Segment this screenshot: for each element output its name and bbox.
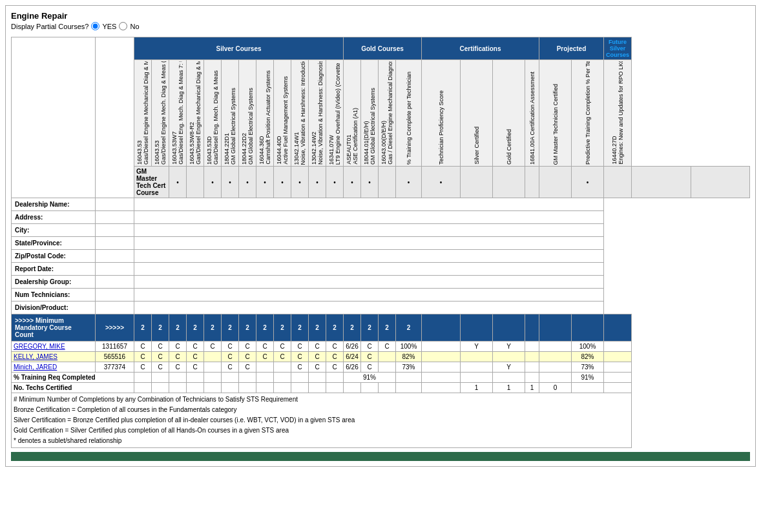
no-techs-gm: 0 [539,383,572,393]
radio-no[interactable] [119,22,127,30]
t3-c2 [461,362,493,373]
t2-s11: C [309,352,326,362]
no-techs-silver: 1 [461,383,493,393]
t1-p1 [539,342,572,352]
t1-c4 [525,342,539,352]
col-header-gold-2: 18044.01(D/E/H)GM Global Electrical Syst… [361,60,379,167]
t1-s12: C [326,342,344,352]
mandatory-s6: 2 [222,314,239,342]
radio-no-label: No [130,23,139,30]
gm-master-p1 [604,167,632,198]
col-header-silver-9: 16044.40DActive Fuel Management Systems [274,60,291,167]
state-value [96,237,134,250]
t3-s7: C [239,362,256,373]
col-header-cert-3: Gold Certified [493,60,525,167]
gm-master-c3 [539,167,572,198]
bottom-bar [11,452,750,461]
t1-c1 [422,342,461,352]
t3-s8 [256,362,274,373]
radio-yes-label: YES [102,23,116,30]
col-header-gold-pct: % Training Complete per Technician [396,60,422,167]
no-techs-cert: 1 [525,383,539,393]
state-label: State/Province: [12,237,96,250]
page-wrapper: Engine Repair Display Partial Courses? Y… [5,5,756,467]
col-header-silver-2: 16043.53Gas/Diesel Engine Mech. Diag & M… [152,60,169,167]
zip-value [96,250,134,263]
t1-f1 [604,342,632,352]
division-label: Division/Product: [12,302,96,314]
t3-s10: C [291,362,309,373]
gm-master-label: GM Master Tech Cert Course [134,167,169,198]
mandatory-s2: 2 [152,314,169,342]
t2-g1: 6/24 [344,352,361,362]
t3-s5 [204,362,222,373]
t2-c3 [493,352,525,362]
gm-master-s6: • [256,167,274,198]
future-header: Future Silver Courses [604,37,632,60]
gm-master-s5: • [239,167,256,198]
t1-g3: C [379,342,396,352]
t1-s11: C [309,342,326,352]
t1-s1: C [134,342,152,352]
t3-f1 [604,362,632,373]
gm-master-s2 [187,167,204,198]
tech-name-2[interactable]: KELLY, JAMES [12,352,96,362]
dealership-group-value [96,276,134,289]
certifications-header: Certifications [422,37,539,60]
no-techs-gold: 1 [493,383,525,393]
pct-training-projected: 91% [572,373,604,383]
t1-g4: 100% [396,342,422,352]
display-partial-row: Display Partial Courses? YES No [11,22,750,30]
t3-s2: C [152,362,169,373]
footnotes-cell: # Minimum Number of Completions by any C… [12,393,632,448]
dealership-name-value [96,198,134,211]
t2-f1 [604,352,632,362]
no-techs-row: No. Techs Certified 1 1 [12,383,750,393]
t1-g2: C [361,342,379,352]
pct-training-value: 91% [344,373,396,383]
t1-s10: C [291,342,309,352]
footnote-1: # Minimum Number of Completions by any C… [14,394,629,405]
tech-id-1: 1311657 [96,342,134,352]
t2-s6: C [222,352,239,362]
t2-s4: C [187,352,204,362]
gm-master-s9: • [309,167,326,198]
t1-c3: Y [493,342,525,352]
tech-id-2: 565516 [96,352,134,362]
city-label: City: [12,224,96,237]
mandatory-c2 [461,314,493,342]
col-header-silver-5: 16043.53DGas/Diesel Eng. Mech. Diag & Me… [204,60,222,167]
t2-s8: C [256,352,274,362]
mandatory-s10: 2 [291,314,309,342]
mandatory-s3: 2 [169,314,187,342]
t3-g4: 73% [396,362,422,373]
tech-name-1[interactable]: GREGORY, MIKE [12,342,96,352]
gm-master-g4 [461,167,493,198]
mandatory-s7: 2 [239,314,256,342]
footnote-3: Silver Certification = Bronze Certified … [14,415,629,425]
t1-p2: 100% [572,342,604,352]
mandatory-row: >>>>> Minimum Mandatory Course Count >>>… [12,314,750,342]
mandatory-g3: 2 [379,314,396,342]
gm-master-g3: • [422,167,461,198]
col-header-gold-3: 16043.00(D/E/H)Gas / Diesel Engine Mecha… [379,60,396,167]
dealership-group-label: Dealership Group: [12,276,96,289]
col-header-proj-1: GM Master Technician Certified [539,60,572,167]
t2-s10: C [291,352,309,362]
mandatory-c3 [493,314,525,342]
radio-yes[interactable] [91,22,99,30]
mandatory-s5: 2 [204,314,222,342]
gold-courses-header: Gold Courses [344,37,422,60]
footnote-2: Bronze Certification = Completion of all… [14,405,629,415]
page-title: Engine Repair Display Partial Courses? Y… [11,11,750,30]
tech-name-3[interactable]: Minich, JARED [12,362,96,373]
num-tech-label: Num Technicians: [12,289,96,302]
col-header-silver-4: 16043.53W8-R2Gas/Diesel Engine Mechanica… [187,60,204,167]
dealership-name-label: Dealership Name: [12,198,96,211]
gm-master-c4: • [572,167,604,198]
footnote-4: Gold Certification = Silver Certified pl… [14,425,629,436]
address-label: Address: [12,211,96,224]
t2-p1 [539,352,572,362]
t1-g1: 6/26 [344,342,361,352]
t2-s9: C [274,352,291,362]
